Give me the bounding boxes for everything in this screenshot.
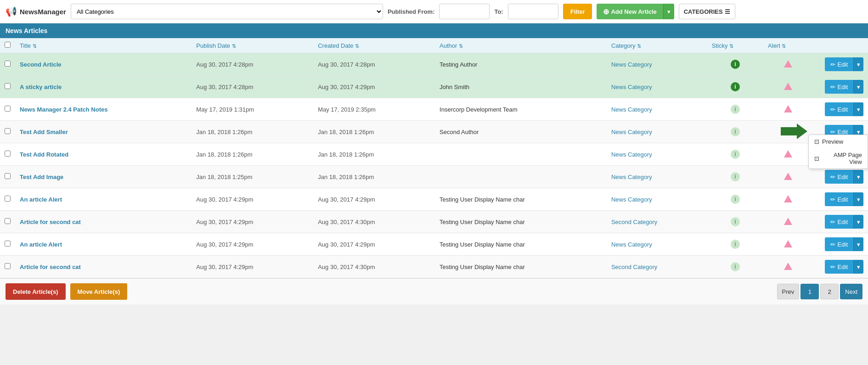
category-cell: News Category (607, 121, 707, 143)
to-label: To: (494, 8, 503, 15)
row-checkbox[interactable] (5, 241, 11, 247)
edit-dropdown-button[interactable]: ▾ (853, 215, 863, 229)
edit-button[interactable]: Edit (825, 260, 853, 274)
sort-author-icon: ⇅ (459, 43, 463, 49)
col-alert[interactable]: Alert ⇅ (763, 38, 813, 53)
article-title-link[interactable]: Article for second cat (20, 219, 81, 225)
row-checkbox[interactable] (5, 151, 11, 157)
article-title-link[interactable]: An article Alert (20, 196, 62, 203)
published-from-input[interactable] (439, 4, 490, 19)
edit-btn-group: Edit▾ (825, 170, 863, 184)
alert-cell (763, 143, 813, 166)
delete-articles-button[interactable]: Delete Article(s) (6, 283, 66, 300)
select-all-col (0, 38, 15, 53)
article-title-link[interactable]: An article Alert (20, 241, 62, 248)
filter-button[interactable]: Filter (563, 4, 592, 19)
created-date-cell: Aug 30, 2017 4:29pm (313, 188, 435, 211)
page-1-button[interactable]: 1 (800, 284, 819, 299)
prev-page-button[interactable]: Prev (777, 284, 800, 299)
publish-date-cell: Aug 30, 2017 4:29pm (192, 233, 313, 256)
edit-dropdown-button[interactable]: ▾ (853, 80, 863, 94)
edit-dropdown-button[interactable]: ▾ (853, 260, 863, 274)
table-row: An article AlertAug 30, 2017 4:29pmAug 3… (0, 188, 868, 211)
edit-button[interactable]: Edit (825, 237, 853, 251)
category-cell: News Category (607, 188, 707, 211)
category-link[interactable]: Second Category (611, 264, 657, 270)
select-all-checkbox[interactable] (5, 42, 11, 48)
row-checkbox[interactable] (5, 128, 11, 134)
row-checkbox-cell (0, 143, 15, 166)
category-link[interactable]: News Category (611, 174, 652, 180)
alert-icon (784, 218, 792, 225)
row-checkbox[interactable] (5, 196, 11, 202)
article-title-link[interactable]: Article for second cat (20, 264, 81, 270)
dropdown-menu-item[interactable]: Preview (809, 135, 868, 148)
sticky-icon: i (731, 127, 740, 136)
category-link[interactable]: News Category (611, 196, 652, 203)
col-publish-date[interactable]: Publish Date ⇅ (192, 38, 313, 53)
dropdown-menu-item[interactable]: AMP Page View (809, 148, 868, 168)
article-title-link[interactable]: News Manager 2.4 Patch Notes (20, 106, 107, 113)
created-date-cell: Aug 30, 2017 4:30pm (313, 211, 435, 233)
category-link[interactable]: News Category (611, 84, 652, 90)
article-title-link[interactable]: Second Article (20, 61, 62, 68)
category-link[interactable]: News Category (611, 106, 652, 113)
row-checkbox[interactable] (5, 263, 11, 269)
edit-dropdown-button[interactable]: ▾ (853, 170, 863, 184)
table-row: News Manager 2.4 Patch NotesMay 17, 2019… (0, 98, 868, 121)
action-cell: Edit▾ (813, 233, 868, 256)
alert-cell (763, 233, 813, 256)
category-select[interactable]: All Categories (71, 4, 383, 19)
pencil-icon (830, 264, 835, 270)
category-link[interactable]: News Category (611, 151, 652, 158)
row-checkbox[interactable] (5, 83, 11, 89)
sticky-cell: i (707, 166, 763, 188)
edit-dropdown-button[interactable]: ▾ (853, 57, 863, 71)
edit-dropdown-button[interactable]: ▾ (853, 237, 863, 251)
edit-button[interactable]: Edit (825, 80, 853, 94)
edit-button[interactable]: Edit (825, 192, 853, 206)
category-link[interactable]: News Category (611, 129, 652, 135)
row-checkbox[interactable] (5, 218, 11, 224)
row-checkbox[interactable] (5, 173, 11, 179)
edit-dropdown-button[interactable]: ▾ (853, 192, 863, 206)
col-author[interactable]: Author ⇅ (435, 38, 607, 53)
article-title-link[interactable]: A sticky article (20, 84, 62, 90)
edit-button[interactable]: Edit (825, 215, 853, 229)
alert-icon (784, 195, 792, 202)
col-title[interactable]: Title ⇅ (15, 38, 192, 53)
page-2-button[interactable]: 2 (820, 284, 839, 299)
category-link[interactable]: News Category (611, 61, 652, 68)
row-checkbox-cell (0, 76, 15, 98)
edit-button[interactable]: Edit (825, 57, 853, 71)
row-checkbox[interactable] (5, 106, 11, 112)
add-article-dropdown-button[interactable]: ▾ (663, 4, 674, 19)
edit-dropdown-button[interactable]: ▾ (853, 102, 863, 116)
col-category[interactable]: Category ⇅ (607, 38, 707, 53)
category-link[interactable]: News Category (611, 241, 652, 248)
alert-icon (784, 240, 792, 247)
next-page-button[interactable]: Next (840, 284, 862, 299)
category-link[interactable]: Second Category (611, 219, 657, 225)
row-checkbox[interactable] (5, 61, 11, 67)
title-cell: Second Article (15, 53, 192, 76)
move-articles-button[interactable]: Move Article(s) (70, 283, 128, 300)
sticky-icon: i (731, 172, 740, 181)
article-title-link[interactable]: Test Add Image (20, 174, 63, 180)
categories-button[interactable]: CATEGORIES ☰ (679, 4, 735, 19)
article-title-link[interactable]: Test Add Smaller (20, 129, 68, 135)
add-article-button[interactable]: ⊕ Add New Article (597, 4, 663, 19)
title-cell: Article for second cat (15, 211, 192, 233)
edit-button[interactable]: Edit (825, 102, 853, 116)
col-created-date[interactable]: Created Date ⇅ (313, 38, 435, 53)
edit-button[interactable]: Edit (825, 170, 853, 184)
published-to-input[interactable] (508, 4, 558, 19)
article-title-link[interactable]: Test Add Rotated (20, 151, 68, 158)
col-sticky[interactable]: Sticky ⇅ (707, 38, 763, 53)
created-date-cell: May 17, 2019 2:35pm (313, 98, 435, 121)
category-cell: News Category (607, 76, 707, 98)
category-cell: News Category (607, 233, 707, 256)
footer: Delete Article(s) Move Article(s) Prev 1… (0, 278, 868, 304)
alert-cell (763, 98, 813, 121)
publish-date-cell: Jan 18, 2018 1:25pm (192, 166, 313, 188)
